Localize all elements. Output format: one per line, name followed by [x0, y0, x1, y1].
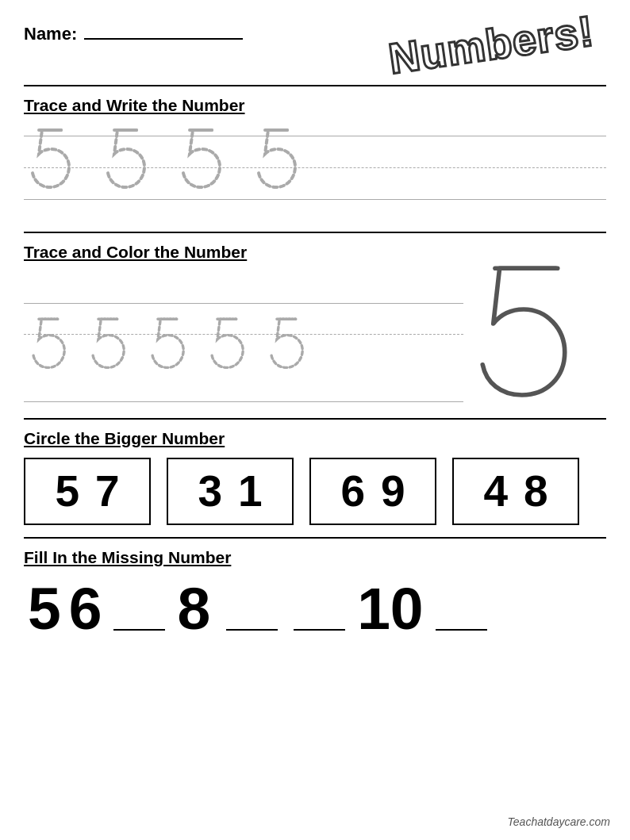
header: Name: Numbers! — [24, 24, 606, 69]
number-box-3: 6 9 — [309, 458, 436, 525]
trace-numbers-row-2 — [28, 311, 309, 378]
trace-numbers-row-1 — [28, 121, 302, 200]
num-6: 6 — [69, 579, 102, 639]
watermark: Teachatdaycare.com — [508, 815, 610, 828]
dotted-five-2 — [103, 121, 151, 200]
box4-right: 8 — [524, 470, 548, 513]
dotted-five-s2-2 — [87, 311, 131, 378]
section1-title: Trace and Write the Number — [24, 96, 606, 115]
section4-title: Fill In the Missing Number — [24, 548, 606, 567]
writing-lines-1 — [24, 125, 606, 220]
box1-right: 7 — [95, 470, 120, 513]
number-box-1: 5 7 — [24, 458, 151, 525]
blank-2[interactable] — [226, 629, 278, 631]
blank-4[interactable] — [436, 629, 487, 631]
dotted-five-s2-5 — [266, 311, 309, 378]
number-boxes-row: 5 7 3 1 6 9 4 8 — [24, 458, 606, 525]
guide-line-top-2 — [24, 303, 463, 304]
blank-3[interactable] — [294, 629, 345, 631]
title-area: Numbers! — [386, 6, 597, 83]
dotted-five-s2-3 — [147, 311, 190, 378]
big-outline-number — [467, 259, 594, 405]
missing-number-row: 5 6 8 10 — [24, 579, 606, 639]
name-field-area: Name: — [24, 24, 243, 44]
section-circle-bigger: Circle the Bigger Number 5 7 3 1 6 9 4 8 — [24, 418, 606, 525]
section-trace-color: Trace and Color the Number — [24, 232, 606, 406]
dotted-five-3 — [179, 121, 226, 200]
box2-right: 1 — [238, 470, 263, 513]
box4-left: 4 — [483, 470, 508, 513]
dotted-five-1 — [28, 121, 75, 200]
dotted-five-s2-4 — [206, 311, 250, 378]
blank-1[interactable] — [113, 629, 165, 631]
page-title: Numbers! — [386, 6, 597, 83]
section-fill-missing: Fill In the Missing Number 5 6 8 10 — [24, 537, 606, 639]
box3-right: 9 — [381, 470, 405, 513]
num-10: 10 — [357, 579, 423, 639]
section2-content — [24, 271, 606, 406]
box1-left: 5 — [55, 470, 79, 513]
worksheet-page: Name: Numbers! Trace and Write the Numbe… — [0, 0, 630, 840]
section-trace-write: Trace and Write the Number — [24, 85, 606, 220]
box3-left: 6 — [340, 470, 365, 513]
box2-left: 3 — [198, 470, 222, 513]
num-8: 8 — [177, 579, 210, 639]
number-box-2: 3 1 — [167, 458, 294, 525]
section3-title: Circle the Bigger Number — [24, 429, 606, 448]
name-label: Name: — [24, 24, 77, 44]
dotted-five-4 — [254, 121, 302, 200]
guide-line-bot-2 — [24, 401, 463, 402]
number-box-4: 4 8 — [452, 458, 579, 525]
dotted-five-s2-1 — [28, 311, 71, 378]
num-5: 5 — [28, 579, 61, 639]
name-underline[interactable] — [84, 38, 243, 40]
